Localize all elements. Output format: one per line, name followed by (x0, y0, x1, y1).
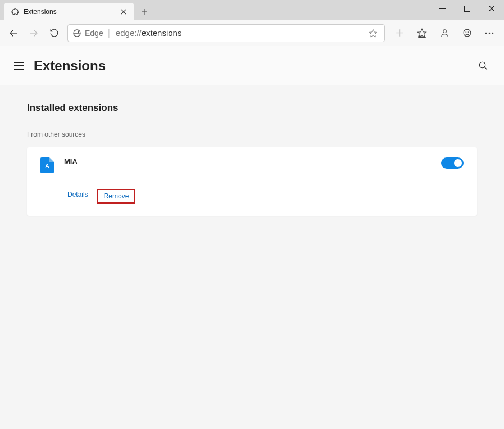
svg-marker-11 (369, 29, 376, 37)
feedback-smiley-icon[interactable] (456, 23, 478, 43)
address-text: edge://extensions (116, 28, 366, 38)
installed-extensions-heading: Installed extensions (27, 102, 477, 114)
new-tab-button[interactable] (136, 3, 153, 20)
source-label: From other sources (27, 130, 477, 138)
svg-rect-5 (464, 6, 470, 11)
back-button[interactable] (3, 23, 24, 43)
browser-tab[interactable]: Extensions (4, 3, 134, 20)
svg-point-23 (492, 32, 494, 34)
titlebar: Extensions (0, 0, 504, 20)
hamburger-menu-button[interactable] (12, 59, 26, 73)
svg-point-27 (479, 62, 485, 68)
address-bar[interactable]: Edge | edge://extensions (67, 24, 385, 42)
svg-line-28 (484, 67, 487, 70)
address-separator: | (108, 28, 110, 38)
page-header: Extensions (0, 46, 504, 85)
svg-point-21 (485, 32, 487, 34)
remove-link[interactable]: Remove (97, 189, 136, 204)
svg-point-18 (464, 29, 471, 37)
window-controls (430, 0, 504, 20)
favorite-star-icon[interactable] (366, 26, 380, 40)
extension-card: A MIA Details Remove (27, 147, 477, 216)
browser-toolbar: Edge | edge://extensions (0, 20, 504, 46)
extension-puzzle-icon (10, 7, 19, 16)
add-button[interactable] (388, 23, 411, 43)
close-window-button[interactable] (479, 0, 504, 17)
maximize-button[interactable] (455, 0, 479, 17)
svg-point-22 (489, 32, 491, 34)
extension-icon: A (40, 157, 54, 173)
extension-toggle[interactable] (441, 157, 464, 169)
svg-point-19 (466, 32, 466, 33)
tab-title: Extensions (24, 8, 119, 16)
details-link[interactable]: Details (64, 189, 92, 204)
menu-more-button[interactable] (478, 23, 501, 43)
extension-name: MIA (64, 157, 441, 166)
forward-button[interactable] (24, 23, 44, 43)
search-button[interactable] (475, 57, 492, 74)
favorites-button[interactable] (411, 23, 433, 43)
refresh-button[interactable] (44, 23, 64, 43)
edge-icon (72, 29, 81, 38)
tab-close-button[interactable] (119, 7, 128, 16)
minimize-button[interactable] (430, 0, 455, 17)
svg-point-17 (443, 30, 446, 33)
profile-button[interactable] (433, 23, 456, 43)
page-title: Extensions (34, 58, 475, 74)
svg-point-20 (468, 32, 469, 33)
address-label: Edge (85, 29, 103, 38)
content-area: Installed extensions From other sources … (0, 85, 504, 233)
